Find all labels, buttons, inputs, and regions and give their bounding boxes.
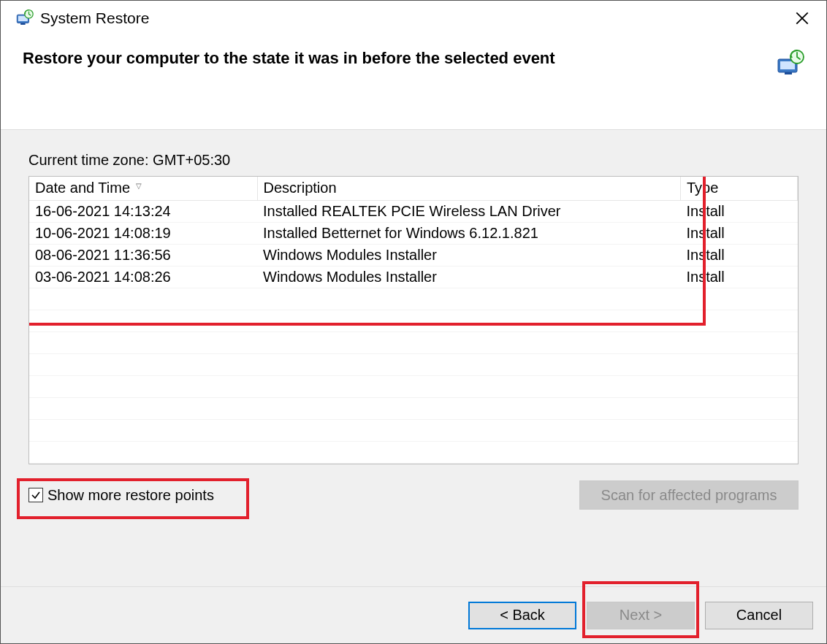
cell-date: 16-06-2021 14:13:24: [29, 200, 257, 222]
svg-rect-2: [20, 23, 26, 25]
content-area: Current time zone: GMT+05:30 Date and Ti…: [1, 129, 826, 586]
header-area: Restore your computer to the state it wa…: [1, 36, 826, 85]
cell-date: 08-06-2021 11:36:56: [29, 244, 257, 266]
close-icon: [796, 12, 809, 25]
back-button[interactable]: < Back: [468, 602, 576, 629]
page-heading: Restore your computer to the state it wa…: [23, 49, 768, 68]
table-row-empty: .: [29, 288, 798, 310]
cell-desc: Installed REALTEK PCIE Wireless LAN Driv…: [257, 200, 681, 222]
scan-button-label: Scan for affected programs: [601, 487, 777, 504]
table-row[interactable]: 10-06-2021 14:08:19 Installed Betternet …: [29, 222, 798, 244]
cell-desc: Installed Betternet for Windows 6.12.1.8…: [257, 222, 681, 244]
titlebar: System Restore: [1, 1, 826, 36]
cell-type: Install: [681, 244, 798, 266]
cancel-button[interactable]: Cancel: [705, 602, 813, 629]
next-button-label: Next >: [620, 607, 662, 624]
column-header-type-label: Type: [687, 180, 718, 196]
show-more-wrap: Show more restore points: [28, 487, 214, 504]
cell-date: 03-06-2021 14:08:26: [29, 266, 257, 288]
table-row-empty: .: [29, 419, 798, 441]
column-header-description[interactable]: Description: [257, 177, 681, 200]
close-button[interactable]: [785, 6, 819, 31]
column-header-type[interactable]: Type: [681, 177, 798, 200]
table-row-empty: .: [29, 397, 798, 419]
show-more-checkbox[interactable]: [28, 488, 43, 502]
column-header-description-label: Description: [264, 180, 337, 196]
cell-type: Install: [681, 266, 798, 288]
column-header-date[interactable]: Date and Time ▽: [29, 177, 257, 200]
system-restore-icon: [14, 8, 34, 28]
cancel-button-label: Cancel: [736, 607, 782, 624]
table-row-empty: .: [29, 353, 798, 375]
table-row[interactable]: 16-06-2021 14:13:24 Installed REALTEK PC…: [29, 200, 798, 222]
table-row-empty: .: [29, 441, 798, 463]
back-button-label: < Back: [500, 607, 545, 624]
checkmark-icon: [31, 490, 41, 500]
restore-points-table[interactable]: Date and Time ▽ Description Type 16-06-2…: [29, 177, 798, 464]
cell-type: Install: [681, 222, 798, 244]
svg-rect-9: [785, 72, 792, 74]
table-row-empty: .: [29, 331, 798, 353]
table-row-empty: .: [29, 310, 798, 331]
scan-affected-programs-button: Scan for affected programs: [579, 480, 799, 510]
next-button: Next >: [587, 602, 695, 629]
system-restore-window: System Restore Restore your computer to …: [0, 0, 827, 644]
cell-desc: Windows Modules Installer: [257, 266, 681, 288]
below-table-row: Show more restore points Scan for affect…: [28, 480, 799, 510]
wizard-footer: < Back Next > Cancel: [1, 586, 826, 643]
sort-descending-icon: ▽: [136, 182, 142, 190]
table-row[interactable]: 08-06-2021 11:36:56 Windows Modules Inst…: [29, 244, 798, 266]
table-row[interactable]: 03-06-2021 14:08:26 Windows Modules Inst…: [29, 266, 798, 288]
cell-desc: Windows Modules Installer: [257, 244, 681, 266]
table-row-empty: .: [29, 375, 798, 397]
system-restore-large-icon: [775, 49, 804, 78]
cell-date: 10-06-2021 14:08:19: [29, 222, 257, 244]
show-more-label: Show more restore points: [47, 487, 214, 504]
timezone-label: Current time zone: GMT+05:30: [28, 152, 799, 169]
restore-points-table-wrap: Date and Time ▽ Description Type 16-06-2…: [28, 176, 799, 464]
column-header-date-label: Date and Time: [35, 180, 130, 196]
window-title: System Restore: [40, 9, 149, 27]
cell-type: Install: [681, 200, 798, 222]
